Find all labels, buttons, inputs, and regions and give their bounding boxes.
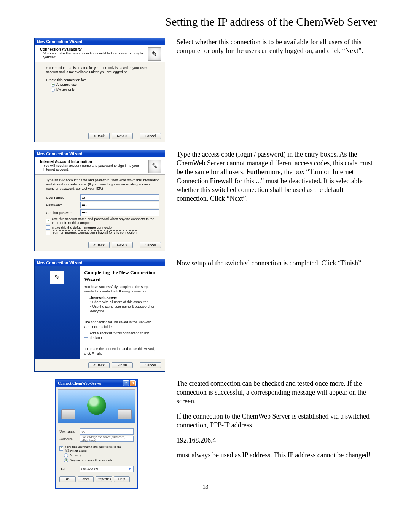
document-page: Setting the IP address of the ChemWeb Se…	[0, 0, 411, 532]
wizard-heading: Internet Account Information	[40, 160, 92, 164]
checkbox-use-account[interactable]: ✓Use this account name and password when…	[46, 217, 159, 225]
section-completing: New Connection Wizard ✎ Completing the N…	[34, 259, 377, 371]
window-title: New Connection Wizard	[35, 38, 165, 45]
wizard-icon: ✎	[148, 160, 161, 173]
checkbox-icon: ✓	[59, 446, 63, 451]
radio-me-only[interactable]: Me only	[64, 453, 134, 457]
back-button[interactable]: < Back	[88, 242, 110, 248]
section-account-info: New Connection Wizard Internet Account I…	[34, 150, 377, 252]
radio-my-use-only[interactable]: My use only	[51, 88, 159, 92]
wizard-buttons: < Back Finish Cancel	[35, 359, 165, 371]
finish-button[interactable]: Finish	[112, 362, 133, 368]
help-icon[interactable]: ?	[123, 380, 129, 386]
dial-value: 09876543210	[81, 467, 100, 471]
next-button[interactable]: Next >	[112, 242, 133, 248]
help-button[interactable]: Help	[114, 476, 130, 482]
description-p3: must always be used as IP address. This …	[177, 451, 377, 460]
wizard-icon: ✎	[148, 47, 161, 61]
section-availability: New Connection Wizard Connection Availab…	[34, 38, 377, 142]
cancel-button[interactable]: Cancel	[78, 476, 94, 482]
checkbox-label: Save this user name and password for the…	[65, 445, 134, 452]
checkbox-icon	[46, 225, 50, 230]
wizard-sidebar: ✎	[35, 266, 80, 359]
password-input[interactable]: ••••	[80, 202, 159, 208]
next-button[interactable]: Next >	[112, 133, 133, 139]
create-for-label: Create this connection for:	[46, 78, 159, 82]
close-icon[interactable]: ✕	[130, 380, 136, 386]
wizard-heading: Completing the New Connection Wizard	[84, 269, 160, 283]
page-number: 13	[0, 484, 411, 490]
checkbox-label: Add a shortcut to this connection to my …	[90, 331, 160, 340]
saved-note: The connection will be saved in the Netw…	[84, 320, 160, 329]
radio-anyones-use[interactable]: Anyone's use	[51, 83, 159, 87]
cancel-button[interactable]: Cancel	[140, 362, 161, 368]
username-label: User name:	[46, 196, 80, 200]
cancel-button[interactable]: Cancel	[140, 242, 161, 248]
wizard-subheading: You can make the new connection availabl…	[40, 51, 148, 59]
computer-icon	[118, 409, 132, 419]
wizard-header: Internet Account Information You will ne…	[35, 157, 165, 175]
info-text: A connection that is created for your us…	[46, 66, 159, 75]
checkbox-firewall[interactable]: Turn on Internet Connection Firewall for…	[46, 230, 159, 235]
wizard-buttons: < Back Next > Cancel	[35, 239, 165, 251]
description-p2: If the connection to the ChemWeb Server …	[177, 412, 377, 430]
connect-dialog: Connect ChemWeb-Server ? ✕ User name:wt …	[55, 379, 138, 489]
back-button[interactable]: < Back	[88, 362, 110, 368]
checkbox-icon	[46, 231, 50, 235]
properties-button[interactable]: Properties	[96, 476, 112, 482]
close-note: To create the connection and close this …	[84, 347, 160, 356]
info-text: Type an ISP account name and password, t…	[46, 178, 159, 191]
checkbox-label: Turn on Internet Connection Firewall for…	[52, 230, 137, 235]
radio-dot-icon	[64, 458, 68, 462]
bullet-same-user: Use the same user name & password for ev…	[90, 305, 155, 313]
radio-label: Me only	[70, 453, 81, 457]
radio-label: Anyone's use	[56, 83, 77, 86]
radio-label: My use only	[56, 88, 75, 91]
username-input[interactable]: wt	[80, 194, 159, 201]
description: Type the access code (login / password) …	[177, 150, 377, 203]
checkbox-icon: ✓	[46, 219, 50, 223]
wizard-complete: New Connection Wizard ✎ Completing the N…	[34, 259, 165, 371]
wizard-buttons: < Back Next > Cancel	[35, 130, 165, 142]
computer-icon	[61, 409, 75, 419]
description: Select whether this connection is to be …	[177, 38, 377, 56]
radio-dot-icon	[51, 88, 55, 92]
checkbox-save-credentials[interactable]: ✓Save this user name and password for th…	[59, 445, 134, 452]
wizard-heading: Connection Availability	[40, 47, 82, 51]
confirm-password-label: Confirm password:	[46, 211, 80, 215]
confirm-password-input[interactable]: ••••	[80, 209, 159, 216]
username-label: User name:	[59, 430, 80, 433]
connection-illustration	[58, 389, 135, 423]
checkbox-icon	[84, 334, 88, 338]
radio-anyone[interactable]: Anyone who uses this computer	[64, 458, 134, 462]
description: Now setup of the switched connection is …	[177, 259, 377, 268]
checkbox-shortcut[interactable]: Add a shortcut to this connection to my …	[84, 331, 160, 340]
wizard-subheading: You will need an account name and passwo…	[40, 164, 148, 171]
window-title: New Connection Wizard	[35, 259, 165, 266]
wizard-header: Connection Availability You can make the…	[35, 45, 165, 62]
dial-button[interactable]: Dial	[59, 476, 76, 482]
window-title: New Connection Wizard	[35, 150, 165, 157]
checkbox-default-connection[interactable]: Make this the default Internet connectio…	[46, 225, 159, 230]
cancel-button[interactable]: Cancel	[140, 133, 161, 139]
title-rule	[34, 29, 377, 29]
checkbox-label: Use this account name and password when …	[52, 217, 159, 225]
password-input[interactable]: [To change the saved password, click her…	[80, 436, 134, 442]
connection-name: ChemWeb-Server	[89, 296, 117, 300]
ip-address: 192.168.206.4	[177, 436, 377, 445]
page-title: Setting the IP address of the ChemWeb Se…	[34, 15, 377, 28]
dial-label: Dial:	[59, 467, 80, 471]
password-label: Password:	[59, 437, 80, 441]
description-p1: The created connection can be checked an…	[177, 379, 377, 406]
wizard-account: New Connection Wizard Internet Account I…	[34, 150, 165, 252]
wizard-availability: New Connection Wizard Connection Availab…	[34, 38, 165, 142]
bullet-share: Share with all users of this computer	[92, 300, 148, 304]
dial-input[interactable]: 09876543210▾	[80, 466, 134, 472]
checkbox-label: Make this the default Internet connectio…	[52, 226, 113, 230]
radio-dot-icon	[64, 453, 68, 457]
radio-dot-icon	[51, 83, 55, 87]
globe-icon	[87, 396, 106, 415]
chevron-down-icon[interactable]: ▾	[127, 467, 132, 471]
back-button[interactable]: < Back	[88, 133, 110, 139]
username-input[interactable]: wt	[80, 428, 134, 435]
